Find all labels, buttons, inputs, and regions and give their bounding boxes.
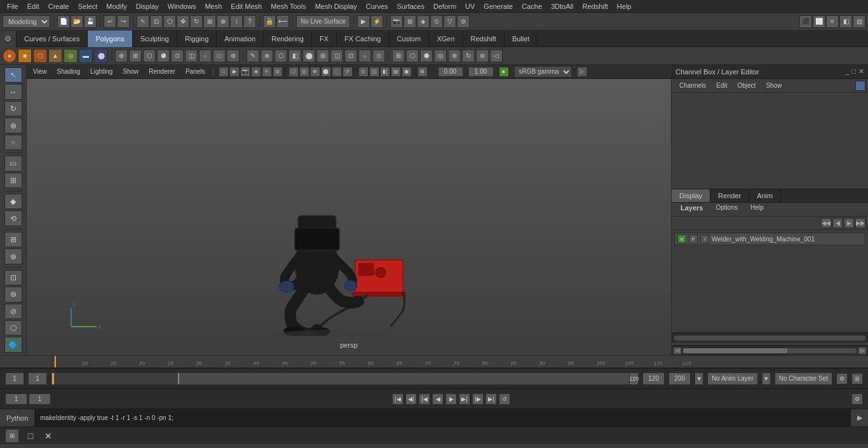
timeline-end-marker[interactable]: 120 [629,373,638,384]
soft-btn[interactable]: ⁞ [230,15,243,28]
shelf-plane[interactable]: ▬ [79,49,93,63]
menu-mesh-tools[interactable]: Mesh Tools [266,0,310,12]
shelf-edit2[interactable]: ⊕ [261,50,273,62]
no-live-surface-btn[interactable]: No Live Surface [296,15,350,28]
outliner-btn[interactable]: ≡ [826,15,839,28]
color-space-icon[interactable]: ■ [499,67,509,77]
tab-animation[interactable]: Animation [217,31,264,47]
vp-icon13[interactable]: ⊙ [358,67,369,77]
snap-grid-btn[interactable]: 🔒 [263,15,276,28]
tool-softmod[interactable]: ▭ [4,156,22,171]
dtab-render[interactable]: Render [710,189,749,202]
vp-icon9[interactable]: ⊕ [310,67,320,77]
shelf-s4[interactable]: ⬡ [143,50,156,62]
shelf-edit10[interactable]: ⊙ [372,50,385,62]
timeline-scrubber[interactable]: 120 [51,372,639,385]
vp-icon15[interactable]: ◧ [380,67,390,77]
menu-edit[interactable]: Edit [23,0,44,12]
tab-sculpting[interactable]: Sculpting [133,31,177,47]
shelf-edit3[interactable]: ⬡ [275,50,287,62]
workspace-select[interactable]: Modeling [3,15,50,28]
pb-sub-input[interactable] [29,393,51,405]
window-close-icon[interactable]: ✕ [42,430,55,442]
cb-color-swatch[interactable] [855,81,865,91]
shelf-arrow-left[interactable]: ◁ [490,50,503,62]
window-grid-btn[interactable]: ⊞ [5,429,19,443]
vp-icon8[interactable]: ◎ [299,67,309,77]
frame-start-input[interactable] [5,372,24,385]
shelf-m5[interactable]: ⊕ [448,50,461,62]
menu-curves[interactable]: Curves [362,0,393,12]
lasso-btn[interactable]: ⊡ [150,15,163,28]
vp-shading-menu[interactable]: Shading [55,66,83,78]
rotate-btn[interactable]: ↻ [190,15,203,28]
pb-step-back[interactable]: |◀ [419,393,430,405]
vp-icon3[interactable]: 📷 [240,67,250,77]
shelf-m2[interactable]: ⬡ [406,50,419,62]
pb-step-fwd[interactable]: ▶| [459,393,470,405]
anim-settings-btn[interactable]: ⚙ [836,373,848,384]
menu-windows[interactable]: Windows [163,0,201,12]
pb-goto-start[interactable]: |◀ [392,393,403,405]
shelf-edit5[interactable]: ⬤ [302,50,315,62]
cam-btn[interactable]: 📷 [390,15,403,28]
new-file-btn[interactable]: 📄 [57,15,70,28]
gamma-input[interactable] [468,67,494,77]
pb-loop[interactable]: ↺ [499,393,510,405]
shelf-s6[interactable]: ⊙ [171,50,184,62]
char-set-select[interactable]: No Character Set [775,372,832,385]
pb-settings[interactable]: ⚙ [851,393,863,405]
scale-btn[interactable]: ⊞ [203,15,216,28]
vp-renderer-menu[interactable]: Renderer [146,66,178,78]
shelf-cone[interactable]: ▲ [48,49,62,63]
vp-lighting-menu[interactable]: Lighting [88,66,115,78]
viewport[interactable]: View Shading Lighting Show Renderer Pane… [27,65,671,355]
vp-icon10[interactable]: ⬤ [321,67,331,77]
tab-xgen[interactable]: XGen [429,31,463,47]
python-tab[interactable]: Python [0,409,35,426]
menu-redshift[interactable]: Redshift [578,0,612,12]
vp-icon4[interactable]: ◈ [251,67,261,77]
vp-panels-menu[interactable]: Panels [183,66,208,78]
shelf-s2[interactable]: ⊕ [115,50,128,62]
vp-icon17[interactable]: ▣ [402,67,412,77]
render-setup-btn[interactable]: ⊚ [457,15,470,28]
layer-row-1[interactable]: V P / Welder_with_Welding_Machine_001 [674,233,865,245]
layers-scrollbar-thumb[interactable] [683,348,787,353]
menu-select[interactable]: Select [74,0,102,12]
open-file-btn[interactable]: 📂 [71,15,83,28]
menu-display[interactable]: Display [132,0,163,12]
cb-object-btn[interactable]: Object [733,80,761,92]
frame-current-input[interactable] [28,372,47,385]
shelf-m4[interactable]: ◎ [434,50,447,62]
layer-path-btn[interactable]: / [700,234,709,243]
shelf-m1[interactable]: ⊞ [392,50,405,62]
shelf-edit6[interactable]: ⊞ [316,50,329,62]
shelf-s10[interactable]: ⊛ [227,50,240,62]
menu-uv[interactable]: UV [461,0,479,12]
opt-help-btn[interactable]: Help [745,204,769,215]
anim-extra-btn[interactable]: ⊞ [851,373,863,384]
vp-icon6[interactable]: ⊡ [273,67,283,77]
cb-minimize-btn[interactable]: _ [845,67,849,76]
tool-misc4[interactable]: ⬡ [4,320,22,336]
window-restore-icon[interactable]: □ [24,430,37,442]
tab-rendering[interactable]: Rendering [264,31,312,47]
cb-channels-btn[interactable]: Channels [674,80,711,92]
vp-icon12[interactable]: ↺ [342,67,353,77]
shelf-cube[interactable]: ■ [18,49,32,63]
opt-layers-btn[interactable]: Layers [675,204,708,215]
pb-skip-back[interactable]: ◀| [405,393,417,405]
dtab-display[interactable]: Display [672,189,710,202]
show-btn[interactable]: ? [243,15,256,28]
tab-rigging[interactable]: Rigging [177,31,217,47]
layer-nav-next[interactable]: ▶ [844,218,854,228]
playback-end-input[interactable] [668,372,691,385]
tool-crv1[interactable]: ◆ [4,194,22,209]
select-btn[interactable]: ↖ [137,15,149,28]
vp-icon18[interactable]: ⊞ [417,67,428,77]
attr-editor-btn[interactable]: ◧ [839,15,852,28]
right-scroll-bar[interactable] [672,332,868,343]
shelf-s3[interactable]: ⊞ [129,50,142,62]
vp-arrow-right[interactable]: ▷ [577,67,587,77]
